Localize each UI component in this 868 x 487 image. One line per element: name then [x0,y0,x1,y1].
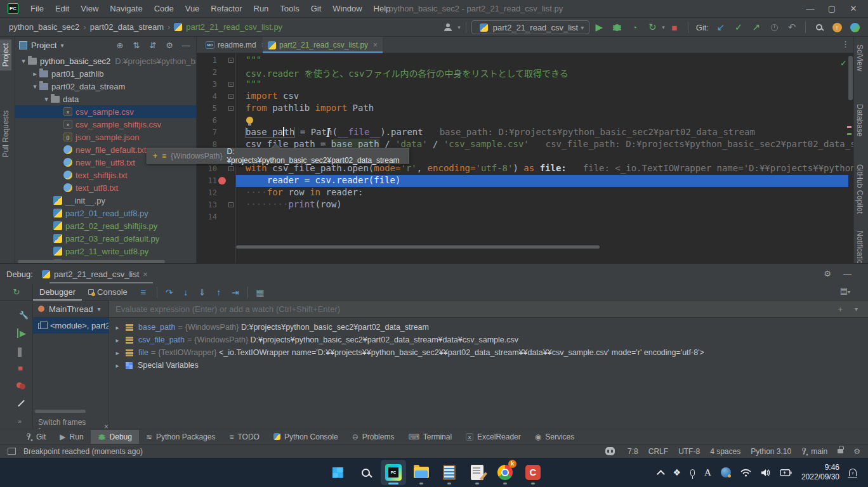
step-into-button[interactable]: ↓ [178,287,194,297]
wifi-icon[interactable] [740,469,751,477]
expand-all-button[interactable]: ⇅ [130,41,143,50]
add-watch-icon[interactable]: + [838,304,843,314]
fold-marker[interactable]: - [228,202,233,207]
variable-row-special-variables[interactable]: ▸ Special Variables [109,359,868,372]
menu-view[interactable]: View [75,0,104,18]
project-panel-title[interactable]: Project [31,41,56,50]
caret-position[interactable]: 7:8 [628,447,638,456]
stack-frame-item[interactable]: <module>, part2_ [33,318,109,334]
debug-button[interactable] [608,20,625,35]
taskbar-notepad-icon[interactable] [437,460,462,485]
toolwindow-services[interactable]: ◉Services [528,430,582,444]
locate-file-button[interactable]: ⊕ [114,41,126,50]
toolwindow-git[interactable]: Git [19,430,53,444]
intention-bulb-icon[interactable] [246,117,253,124]
tree-row-data[interactable]: ▾data [15,93,197,105]
taskbar-chrome-icon[interactable]: k [492,460,518,485]
tab-close-icon[interactable]: × [143,269,148,279]
toolwindow-run[interactable]: ▶Run [53,430,90,444]
stop-process-button[interactable]: ■ [18,363,23,373]
threads-view-icon[interactable]: ≡ [134,287,153,297]
taskbar-texteditor-icon[interactable] [464,460,490,485]
more-options-icon[interactable]: » [18,417,22,425]
menu-refactor[interactable]: Refactor [205,0,247,18]
readonly-lock-icon[interactable] [838,449,843,453]
variable-row-csv-file-path[interactable]: ▸ csv_file_path={WindowsPath} D:¥project… [109,334,868,346]
copilot-status-icon[interactable] [605,447,615,455]
debug-session-tab[interactable]: part2_21_read_csv_list × [42,269,148,279]
breadcrumb-file[interactable]: part2_21_read_csv_list.py [185,22,284,32]
git-history-button[interactable] [766,20,782,35]
toolwindow-python-packages[interactable]: ≋Python Packages [139,430,222,444]
code-line-1[interactable]: """ [236,55,853,67]
menu-file[interactable]: File [25,0,49,18]
tree-row-part2-03[interactable]: part2_03_read_default.py [15,232,197,245]
toolwindow-terminal[interactable]: ⌨Terminal [401,430,459,444]
file-encoding[interactable]: UTF-8 [678,447,700,456]
tree-row-csv-sample[interactable]: xcsv_sample.csv [15,105,197,118]
status-message[interactable]: Breakpoint reached (moments ago) [23,447,143,456]
git-push-button[interactable]: ↗ [748,20,765,35]
indent-style[interactable]: 4 spaces [710,447,740,456]
window-maximize-button[interactable]: ▢ [821,0,843,18]
fold-marker[interactable]: - [228,82,233,87]
toolwindow-todo[interactable]: ≡TODO [222,430,266,444]
tree-row-root[interactable]: ▾ python_basic_sec2 D:¥projects¥python_b… [15,55,197,67]
variable-row-file[interactable]: ▸ file={TextIOWrapper} <_io.TextIOWrappe… [109,346,868,359]
tree-row-text-utf8[interactable]: text_utf8.txt [15,181,197,194]
user-account-icon[interactable] [440,20,456,35]
tree-row-init-py[interactable]: __init__.py [15,194,197,207]
menu-code[interactable]: Code [148,0,180,18]
code-line-10[interactable]: with csv_file_path.open(mode='r', encodi… [236,163,853,175]
tray-expand-icon[interactable] [657,470,665,478]
editor-vertical-scrollbar[interactable] [848,56,853,100]
evaluate-expression-input[interactable]: Evaluate expression (Enter) or add a wat… [109,301,868,318]
breadcrumb-package[interactable]: part02_data_stream [88,22,166,32]
user-dropdown-icon[interactable]: ▾ [457,24,461,30]
step-out-button[interactable]: ↑ [211,287,227,297]
fold-marker[interactable]: - [228,58,233,63]
watch-dropdown-icon[interactable]: ▾ [855,306,858,313]
microphone-icon[interactable] [690,469,695,476]
breadcrumb-project[interactable]: python_basic_sec2 [6,22,82,32]
coverage-button[interactable]: ↻ [644,20,661,35]
tree-row-csv-sample-shiftjis[interactable]: xcsv_sample_shiftjis.csv [15,118,197,131]
debug-settings-icon[interactable]: ⚙ [824,269,831,278]
dropbox-icon[interactable]: ❖ [673,467,681,477]
sidebar-item-pull-requests[interactable]: Pull Requests [0,107,11,161]
python-interpreter[interactable]: Python 3.10 [751,447,791,456]
toolwindow-problems[interactable]: ⊖Problems [345,430,402,444]
run-configuration-select[interactable]: part2_21_read_csv_list ▾ [471,20,589,34]
update-available-icon[interactable]: ↑ [829,20,845,35]
code-line-11[interactable]: reader = csv.reader(file) [236,175,853,187]
menu-vue[interactable]: Vue [180,0,206,18]
tray-app-icon[interactable] [721,467,731,477]
resume-program-button[interactable]: ▶ [17,328,26,338]
menu-run[interactable]: Run [248,0,275,18]
evaluate-expression-button[interactable]: ▦ [252,287,268,297]
window-minimize-button[interactable]: — [799,0,821,18]
tab-readme-md[interactable]: MD readme.md × [201,37,271,53]
add-watch-icon[interactable]: + [153,152,157,160]
thread-selector[interactable]: MainThread ▾ [33,301,109,318]
run-to-cursor-button[interactable]: ⇥ [227,287,244,297]
code-line-2[interactable]: csv.reader を使うと、csvファイル内の各行の中身をリストとして取得で… [236,67,853,79]
taskbar-search-button[interactable] [353,460,378,485]
tree-row-part2-02[interactable]: part2_02_read_shiftjis.py [15,219,197,232]
notification-bell-icon[interactable]: z [849,469,857,476]
volume-icon[interactable] [761,469,770,477]
git-branch-widget[interactable]: main [801,447,827,456]
git-update-button[interactable]: ↙ [713,20,729,35]
inspections-ok-icon[interactable]: ✓ [840,58,847,68]
debug-settings-wrench-icon[interactable]: 🔧 [19,311,29,320]
taskbar-camtasia-icon[interactable]: C [520,460,546,485]
code-line-13[interactable]: ········print(row) [236,199,853,211]
pause-program-button[interactable] [18,347,22,357]
frames-scrollbar[interactable] [35,410,86,413]
tree-row-part02-data-stream[interactable]: ▾part02_data_stream [15,80,197,93]
window-close-button[interactable]: ✕ [843,0,864,18]
battery-icon[interactable] [780,469,792,476]
code-line-5[interactable]: from pathlib import Path [236,103,853,115]
start-button[interactable] [325,460,350,485]
fold-marker[interactable]: - [228,166,233,171]
